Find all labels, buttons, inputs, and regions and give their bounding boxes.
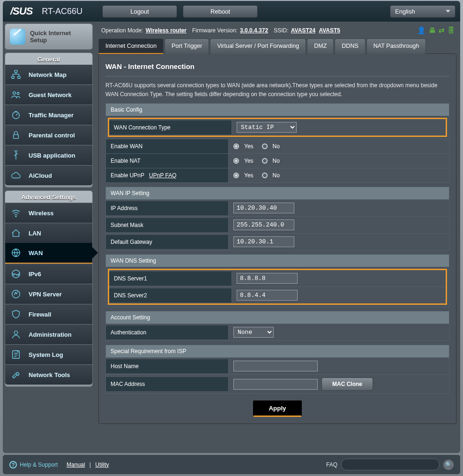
fw-label: Firmware Version: <box>192 27 238 34</box>
lan-icon <box>9 228 23 238</box>
advanced-title: Advanced Settings <box>5 191 92 203</box>
sidebar-item-system-log[interactable]: System Log <box>5 344 92 364</box>
quick-internet-setup[interactable]: Quick Internet Setup <box>5 24 92 49</box>
basic-config-head: Basic Config <box>106 104 449 116</box>
sidebar-item-wireless[interactable]: Wireless <box>5 203 92 223</box>
fw-link[interactable]: 3.0.0.4.372 <box>240 27 268 34</box>
sidebar-item-vpn-server[interactable]: VPN Server <box>5 284 92 304</box>
row-enable-upnp: Enable UPnPUPnP FAQ Yes No <box>106 168 449 182</box>
sidebar-item-usb-application[interactable]: USB application <box>5 145 92 165</box>
svg-text:IPv6: IPv6 <box>12 272 19 277</box>
enable-wan-yes[interactable] <box>233 144 239 149</box>
tabs: Internet ConnectionPort TriggerVirtual S… <box>98 38 456 54</box>
wan-conn-type-select[interactable]: Static IP <box>237 122 297 133</box>
ssid2-link[interactable]: AVAST5 <box>319 27 340 34</box>
tab-nat-passthrough[interactable]: NAT Passthrough <box>366 38 426 54</box>
enable-upnp-yes[interactable] <box>233 173 239 178</box>
sidebar-item-wan[interactable]: WAN <box>5 243 92 264</box>
dns1-input[interactable] <box>237 273 298 284</box>
faq-search-button[interactable]: 🔍 <box>443 460 454 470</box>
sidebar-item-parental-control[interactable]: Parental control <box>5 125 92 145</box>
sidebar-item-ipv6[interactable]: IPv6IPv6 <box>5 264 92 284</box>
enable-nat-yes[interactable] <box>233 158 239 164</box>
wan-conn-type-label: WAN Connection Type <box>109 121 232 135</box>
sidebar-item-guest-network[interactable]: Guest Network <box>5 84 92 105</box>
network-map-icon <box>9 69 23 80</box>
utility-link[interactable]: Utility <box>95 461 109 468</box>
tab-dmz[interactable]: DMZ <box>307 38 334 54</box>
enable-nat-no[interactable] <box>262 158 268 164</box>
basic-config-group: Basic Config WAN Connection Type Static … <box>105 103 449 183</box>
apply-button[interactable]: Apply <box>253 400 301 417</box>
account-group: Account Setting AuthenticationNone <box>105 311 449 341</box>
usb-icon[interactable]: ⇄ <box>439 26 445 35</box>
svg-point-11 <box>12 290 20 298</box>
upnp-faq-link[interactable]: UPnP FAQ <box>149 172 176 179</box>
subnet-input[interactable] <box>233 219 294 230</box>
tab-internet-connection[interactable]: Internet Connection <box>98 38 164 54</box>
sidebar-item-network-tools[interactable]: Network Tools <box>5 364 92 385</box>
ssid1-link[interactable]: AVAST24 <box>291 27 315 34</box>
usb-application-icon <box>9 150 23 160</box>
tab-ddns[interactable]: DDNS <box>335 38 365 54</box>
row-enable-wan: Enable WAN Yes No <box>106 139 449 153</box>
sidebar-item-firewall[interactable]: Firewall <box>5 304 92 324</box>
auth-select[interactable]: None <box>233 327 274 338</box>
isp-group: Special Requirement from ISP Host Name M… <box>105 345 449 394</box>
opmode-link[interactable]: Wireless router <box>146 27 187 34</box>
manual-link[interactable]: Manual <box>67 461 85 468</box>
svg-point-12 <box>14 331 17 334</box>
printer-icon[interactable]: 🖶 <box>429 26 436 35</box>
sidebar: Quick Internet Setup General Network Map… <box>3 22 95 453</box>
svg-rect-6 <box>14 135 19 138</box>
help-icon: ? <box>9 461 17 468</box>
sidebar-item-label: AiCloud <box>29 172 52 179</box>
chevron-down-icon <box>446 10 450 13</box>
gateway-input[interactable] <box>233 236 294 247</box>
enable-wan-label: Enable WAN <box>106 139 229 153</box>
sidebar-item-traffic-manager[interactable]: Traffic Manager <box>5 105 92 125</box>
sidebar-item-network-map[interactable]: Network Map <box>5 65 92 84</box>
enable-wan-no[interactable] <box>262 144 268 149</box>
mac-input[interactable] <box>233 379 318 390</box>
sidebar-item-label: Network Tools <box>29 371 70 378</box>
storage-icon[interactable]: 🗄 <box>448 26 455 35</box>
sidebar-item-aicloud[interactable]: AiCloud <box>5 165 92 185</box>
wan-icon <box>9 248 23 258</box>
footer: ? Help & Support Manual | Utility FAQ 🔍 <box>3 455 460 474</box>
svg-rect-2 <box>18 76 20 79</box>
traffic-manager-icon <box>9 110 23 120</box>
mac-label: MAC Address <box>106 377 229 391</box>
tab-virtual-server-port-forwarding[interactable]: Virtual Server / Port Forwarding <box>210 38 306 54</box>
isp-head: Special Requirement from ISP <box>106 345 449 357</box>
tab-port-trigger[interactable]: Port Trigger <box>164 38 209 54</box>
enable-upnp-label: Enable UPnPUPnP FAQ <box>106 168 229 182</box>
network-tools-icon <box>9 370 23 380</box>
faq-label: FAQ <box>326 461 337 468</box>
host-input[interactable] <box>233 361 318 371</box>
faq-search-input[interactable] <box>341 459 440 470</box>
enable-upnp-no[interactable] <box>262 173 268 178</box>
vpn-server-icon <box>9 289 23 299</box>
sidebar-item-label: LAN <box>29 230 41 237</box>
general-title: General <box>5 53 92 65</box>
sidebar-item-lan[interactable]: LAN <box>5 223 92 243</box>
wand-icon <box>10 29 25 45</box>
dns2-input[interactable] <box>237 290 298 301</box>
language-dropdown[interactable]: English <box>390 5 456 18</box>
language-label: English <box>395 8 415 15</box>
reboot-button[interactable]: Reboot <box>183 5 258 18</box>
user-icon[interactable]: 👤 <box>417 26 426 35</box>
enable-nat-label: Enable NAT <box>106 154 229 168</box>
sidebar-item-administration[interactable]: Administration <box>5 324 92 344</box>
ip-input[interactable] <box>233 203 294 213</box>
general-panel: General Network MapGuest NetworkTraffic … <box>5 53 93 188</box>
svg-point-3 <box>13 92 15 95</box>
wan-ip-head: WAN IP Setting <box>106 187 449 199</box>
infobar: Operation Mode: Wireless router Firmware… <box>98 24 456 38</box>
opmode-label: Operation Mode: <box>101 27 143 34</box>
panel: WAN - Internet Connection RT-AC66U suppo… <box>98 53 456 424</box>
sidebar-item-label: Parental control <box>29 132 75 139</box>
logout-button[interactable]: Logout <box>102 5 177 18</box>
mac-clone-button[interactable]: MAC Clone <box>321 378 373 391</box>
